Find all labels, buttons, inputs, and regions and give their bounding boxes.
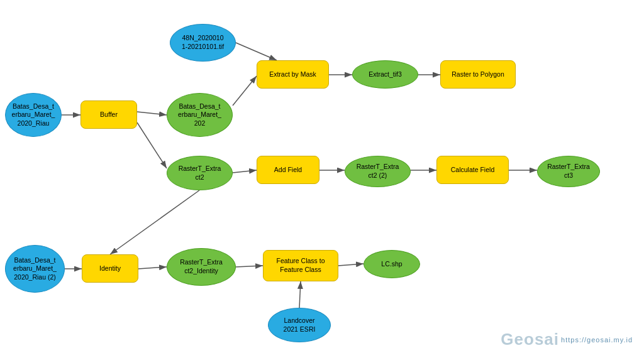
node-batas1: Batas_Desa_t erbaru_Maret_ 2020_Riau (5, 93, 62, 137)
brand-name: Geosai (501, 330, 559, 349)
node-raster-to-polygon: Raster to Polygon (440, 60, 516, 89)
node-identity: Identity (82, 254, 138, 283)
node-batas2: Batas_Desa_terbaru_Maret_2020_Riau (2) (5, 245, 65, 293)
svg-line-15 (338, 264, 364, 266)
node-buffer: Buffer (80, 100, 137, 129)
svg-line-8 (137, 122, 167, 168)
svg-line-4 (233, 76, 257, 106)
node-rastertextract2b: RasterT_Extract2 (2) (345, 156, 411, 187)
node-add-field: Add Field (257, 156, 319, 184)
node-48n-tif: 48N_20200101-20210101.tif (170, 24, 236, 62)
node-batasdesa202: Batas_Desa_terbaru_Maret_202 (167, 93, 233, 137)
node-rastertextract2-identity: RasterT_Extract2_Identity (167, 248, 236, 286)
watermark: Geosaihttps://geosai.my.id (501, 328, 633, 349)
svg-line-16 (299, 281, 301, 308)
node-rastertextract3: RasterT_Extract3 (537, 156, 600, 187)
brand-url: https://geosai.my.id (561, 336, 633, 344)
svg-line-2 (137, 112, 167, 115)
node-feature-class-to-feature-class: Feature Class toFeature Class (263, 250, 338, 281)
svg-line-7 (233, 170, 257, 173)
svg-line-3 (236, 43, 277, 60)
svg-line-14 (236, 266, 263, 267)
node-calculate-field: Calculate Field (436, 156, 509, 184)
svg-line-13 (138, 267, 167, 269)
svg-line-17 (110, 190, 199, 254)
node-lc-shp: LC.shp (364, 250, 420, 278)
node-extract-tif3: Extract_tif3 (352, 60, 418, 89)
node-landcover-2021: Landcover2021 ESRI (268, 308, 331, 342)
node-extract-by-mask: Extract by Mask (257, 60, 329, 89)
node-rastertextract2: RasterT_Extract2 (167, 156, 233, 190)
